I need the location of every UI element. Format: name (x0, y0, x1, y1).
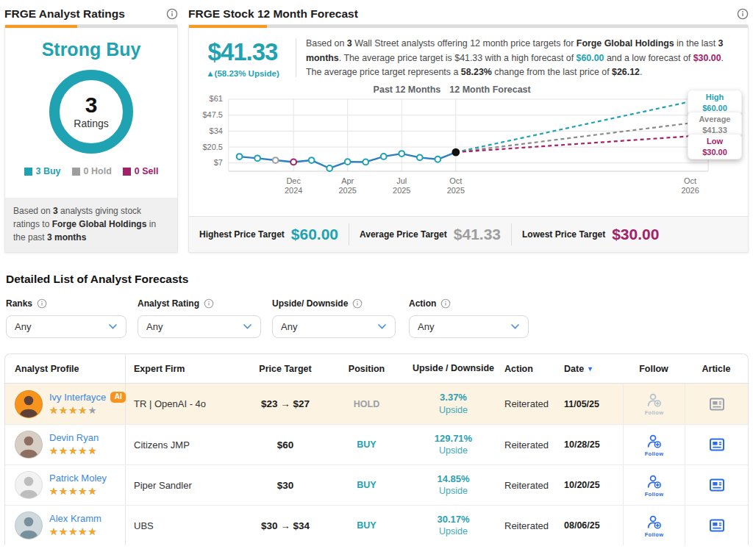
follow-button[interactable]: Follow (645, 433, 664, 457)
position-cell: HOLD (329, 384, 404, 424)
follow-icon (646, 514, 663, 531)
chart-title-forecast: 12 Month Forecast (449, 85, 530, 95)
sort-desc-icon[interactable]: ▼ (587, 365, 593, 373)
svg-text:$7: $7 (214, 158, 223, 167)
info-icon[interactable] (204, 298, 214, 309)
article-button[interactable] (708, 436, 726, 453)
chart-title: Past 12 Months12 Month Forecast (195, 85, 709, 95)
ratings-card: Strong Buy 3 Ratings 3 Buy0 Hold0 Sell B… (4, 24, 178, 253)
star-rating: ★★★★★★★★★★ (49, 404, 125, 416)
filter-select-analyst-rating[interactable]: Any (138, 315, 261, 338)
analyst-name-link[interactable]: Alex Kramm (49, 513, 101, 524)
forecast-chart: Past 12 Months12 Month Forecast $61$47.5… (195, 85, 742, 201)
svg-text:Apr: Apr (341, 176, 354, 185)
svg-text:2026: 2026 (681, 186, 699, 195)
article-button[interactable] (708, 476, 726, 494)
filter-select-ranks[interactable]: Any (6, 315, 126, 338)
analyst-profile-cell: Devin Ryan ★★★★★★★★★★ (5, 425, 126, 464)
filter-value: Any (146, 321, 163, 332)
svg-text:Oct: Oct (449, 176, 462, 185)
ai-badge: AI (110, 392, 126, 403)
filter-value: Any (281, 321, 297, 332)
article-icon (708, 395, 726, 413)
ratings-panel: FRGE Analyst Ratings Strong Buy 3 Rating… (4, 6, 178, 253)
forecast-chart-svg: $61$47.5$34$20.5$7Dec2024Apr2025Jul2025O… (195, 85, 742, 201)
article-cell (685, 384, 748, 424)
position-cell: BUY (329, 425, 404, 464)
divider (349, 223, 349, 245)
analyst-name-link[interactable]: Patrick Moley (49, 473, 107, 484)
column-header-analyst-profile: Analyst Profile (5, 354, 126, 383)
analyst-profile-cell: Patrick Moley ★★★★★★★★★★ (5, 465, 126, 505)
action-cell: Reiterated (502, 425, 561, 464)
analyst-profile-cell: Ivy Interfayce AI ★★★★★★★★★★ (5, 384, 126, 424)
date-cell: 10/20/25 (561, 465, 623, 505)
analyst-avatar[interactable] (15, 511, 43, 539)
follow-button[interactable]: Follow (645, 514, 664, 538)
chevron-down-icon (510, 323, 520, 330)
analyst-name-link[interactable]: Ivy Interfayce (49, 392, 106, 403)
consensus-label: Strong Buy (5, 39, 177, 60)
info-icon[interactable] (37, 298, 47, 309)
analyst-name-link[interactable]: Devin Ryan (49, 432, 99, 443)
chevron-down-icon (243, 323, 252, 330)
legend-swatch (123, 168, 131, 176)
date-cell: 08/06/25 (561, 506, 623, 545)
filter-label: Analyst Rating (138, 298, 199, 309)
ratings-accent-bar (5, 25, 177, 28)
analyst-avatar[interactable] (15, 471, 43, 499)
svg-text:2025: 2025 (447, 186, 465, 195)
svg-text:$20.5: $20.5 (202, 142, 222, 151)
position-cell: BUY (329, 465, 404, 505)
follow-cell: Follow (623, 425, 685, 464)
filter-ranks: Ranks Any (6, 298, 126, 338)
filter-value: Any (418, 321, 434, 332)
column-header-follow: Follow (623, 354, 685, 383)
info-icon[interactable] (352, 298, 363, 309)
ratings-donut: 3 Ratings (49, 70, 133, 154)
upside-percent: ▲(58.23% Upside) (199, 69, 286, 78)
filter-upside-downside: Upside/ Downside Any (272, 298, 396, 338)
ratings-footnote: Based on 3 analysts giving stock ratings… (5, 198, 177, 252)
legend-item: 3 Buy (24, 166, 61, 176)
legend-swatch (72, 168, 80, 176)
table-header: Analyst ProfileExpert FirmPrice TargetPo… (5, 354, 748, 384)
legend-item: 0 Hold (72, 166, 112, 176)
article-icon (708, 517, 726, 534)
analyst-avatar[interactable] (15, 431, 43, 459)
article-cell (685, 506, 748, 545)
svg-text:2025: 2025 (393, 186, 410, 195)
chart-title-past: Past 12 Months (374, 85, 441, 95)
filter-label: Action (409, 298, 436, 309)
filter-select-action[interactable]: Any (409, 315, 529, 338)
follow-button[interactable]: Follow (645, 473, 664, 498)
price-target-stats: Highest Price Target$60.00Average Price … (189, 216, 748, 252)
price-target-cell: $30 → $34 (242, 506, 329, 545)
top-panels: FRGE Analyst Ratings Strong Buy 3 Rating… (4, 6, 749, 253)
upside-downside-cell: 14.85%Upside (404, 465, 502, 505)
divider (511, 223, 512, 245)
filters-row: Ranks AnyAnalyst Rating AnyUpside/ Downs… (4, 298, 749, 338)
column-header-price-target: Price Target (242, 354, 329, 383)
article-button[interactable] (708, 395, 726, 413)
average-price-target: $41.33 (199, 38, 286, 66)
info-icon[interactable] (166, 8, 178, 20)
column-header-date[interactable]: Date▼ (561, 354, 623, 383)
follow-icon (646, 433, 663, 450)
info-icon[interactable] (440, 298, 451, 309)
stat-highest-price-target: Highest Price Target$60.00 (199, 226, 338, 243)
follow-cell: Follow (623, 506, 685, 545)
expert-firm-cell: UBS (126, 506, 242, 545)
info-icon[interactable] (737, 8, 749, 20)
forecast-card: $41.33 ▲(58.23% Upside) Based on 3 Wall … (188, 24, 749, 253)
filter-action: Action Any (409, 298, 529, 338)
follow-button[interactable]: Follow (645, 392, 664, 416)
filter-select-upside-downside[interactable]: Any (272, 315, 396, 338)
analyst-avatar[interactable] (15, 390, 43, 418)
column-header-action: Action (502, 354, 561, 383)
svg-text:$61: $61 (210, 94, 223, 103)
article-button[interactable] (708, 517, 726, 534)
chevron-down-icon (108, 323, 118, 330)
follow-icon (646, 473, 663, 490)
ratings-count-label: Ratings (74, 118, 108, 129)
